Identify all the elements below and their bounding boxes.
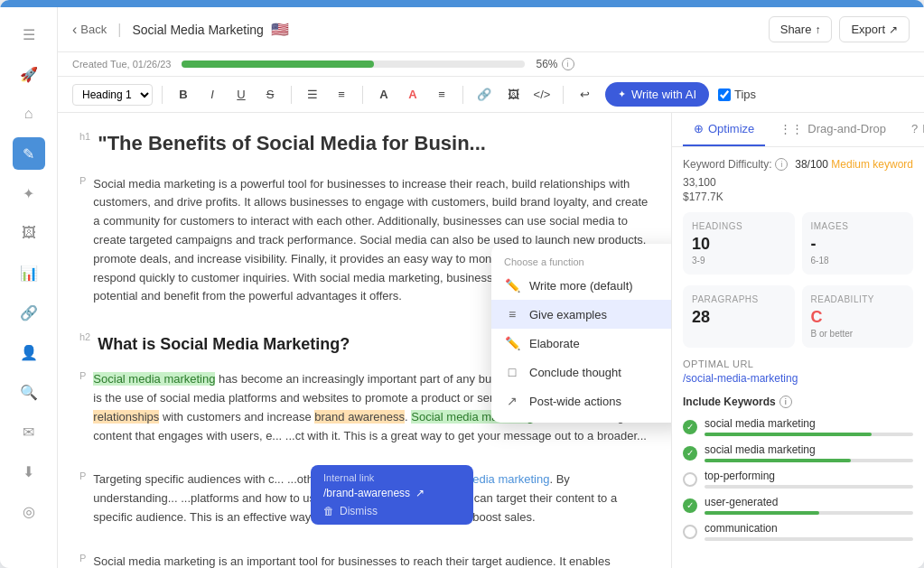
user-circle-icon[interactable]: ◎	[13, 495, 45, 527]
content-area: Back | Social Media Marketing 🇺🇸 Share ↑…	[58, 7, 924, 568]
write-ai-label: Write with AI	[631, 88, 696, 101]
toolbar-sep-4	[462, 86, 463, 104]
kw-info-icon[interactable]: i	[775, 158, 788, 171]
image-icon[interactable]: 🖼	[13, 217, 45, 249]
keyword-item-3: top-performing	[683, 470, 913, 489]
align-button[interactable]: ≡	[430, 83, 453, 107]
ai-menu-item-elaborate[interactable]: ✏️ Elaborate	[491, 329, 671, 358]
strikethrough-button[interactable]: S	[258, 83, 282, 107]
metric-images: IMAGES - 6-18	[802, 212, 914, 275]
ai-menu-write-label: Write more (default)	[529, 279, 633, 293]
internal-link-url: /brand-awareness ↗	[323, 487, 461, 499]
ai-menu-conclude-label: Conclude thought	[529, 366, 621, 379]
metric-paragraphs-value: 28	[692, 308, 786, 327]
ordered-list-button[interactable]: ≡	[330, 83, 353, 107]
h2-label: h2	[79, 331, 90, 342]
image-button[interactable]: 🖼	[501, 83, 525, 107]
kw-stat-volume: 33,100	[683, 176, 913, 189]
ai-menu-examples-label: Give examples	[529, 308, 607, 321]
underline-button[interactable]: U	[229, 83, 253, 107]
metric-images-label: IMAGES	[811, 221, 905, 231]
keyword-item-2: ✓ social media marketing	[683, 443, 913, 462]
toolbar-row: Heading 1 B I U S ☰ ≡ A A ≡ 🔗 🖼 </> ↩	[58, 77, 924, 113]
keywords-info-icon[interactable]: i	[779, 396, 792, 408]
right-panel-content: Keyword Difficulty: i 38/100 Medium keyw…	[672, 147, 924, 568]
ai-menu-item-postwide[interactable]: ↗ Post-wide actions	[491, 386, 671, 415]
chart-icon[interactable]: 📊	[13, 256, 45, 289]
para4-text: Social media marketing is an important t…	[93, 553, 649, 568]
h1-label: h1	[79, 131, 90, 142]
highlight-button[interactable]: A	[401, 83, 425, 107]
italic-button[interactable]: I	[201, 83, 224, 107]
kw-check-4: ✓	[683, 498, 697, 513]
dismiss-button[interactable]: 🗑 Dismiss	[323, 505, 461, 517]
bold-button[interactable]: B	[172, 83, 195, 107]
metrics-row-1: HEADINGS 10 3-9 IMAGES - 6-18	[683, 212, 913, 275]
tips-checkbox[interactable]	[718, 88, 731, 101]
tab-optimize[interactable]: ⊕ Optimize	[683, 113, 765, 146]
link-button[interactable]: 🔗	[472, 83, 496, 107]
keyword-text-1: social media marketing	[705, 417, 913, 430]
undo-button[interactable]: ↩	[573, 83, 596, 107]
magic-icon[interactable]: ✦	[13, 177, 45, 210]
rocket-icon[interactable]: 🚀	[13, 58, 45, 90]
list-button[interactable]: ☰	[301, 83, 324, 107]
keyword-text-group-1: social media marketing	[705, 417, 913, 436]
share-label: Share	[780, 23, 812, 36]
heading-select[interactable]: Heading 1	[72, 84, 153, 106]
editor-icon[interactable]: ✎	[13, 137, 45, 170]
kw-difficulty-label-text: Keyword Difficulty:	[683, 158, 771, 171]
menu-icon[interactable]: ☰	[13, 18, 45, 51]
code-button[interactable]: </>	[530, 83, 554, 107]
tab-help[interactable]: ? Help	[901, 113, 924, 146]
kw-difficulty-label: Keyword Difficulty: i	[683, 158, 788, 171]
include-keywords-section: Include Keywords i ✓ social media market…	[683, 396, 913, 541]
kw-difficulty-row: Keyword Difficulty: i 38/100 Medium keyw…	[683, 158, 913, 171]
metric-paragraphs-label: PARAGRAPHS	[692, 294, 786, 304]
drag-drop-icon: ⋮⋮	[779, 122, 803, 135]
download-icon[interactable]: ⬇	[13, 455, 45, 488]
export-button[interactable]: Export ↗	[839, 16, 910, 42]
person-icon[interactable]: 👤	[13, 336, 45, 368]
toolbar-sep-3	[362, 86, 363, 104]
export-icon: ↗	[889, 23, 898, 36]
ai-menu-item-write[interactable]: ✏️ Write more (default)	[491, 271, 671, 300]
right-panel-tabs: ⊕ Optimize ⋮⋮ Drag-and-Drop ? Help	[672, 113, 924, 147]
kw-stats: 33,100 $177.7K	[683, 176, 913, 203]
para2-label: P	[79, 370, 86, 381]
search-icon[interactable]: 🔍	[13, 376, 45, 408]
progress-info-icon[interactable]: i	[562, 58, 574, 70]
keyword-text-3: top-performing	[705, 470, 913, 482]
font-color-button[interactable]: A	[372, 83, 396, 107]
main-layout: ☰ 🚀 ⌂ ✎ ✦ 🖼 📊 🔗 👤 🔍 ✉ ⬇ ◎ Back |	[0, 7, 924, 568]
ai-menu-item-conclude[interactable]: □ Conclude thought	[491, 358, 671, 386]
optimize-icon: ⊕	[694, 122, 704, 135]
toolbar-sep-1	[162, 86, 163, 104]
elaborate-icon: ✏️	[504, 336, 520, 350]
h2-text: What is Social Media Marketing?	[98, 335, 350, 353]
link-icon[interactable]: 🔗	[13, 296, 45, 329]
back-button[interactable]: Back	[72, 22, 107, 38]
app-container: ☰ 🚀 ⌂ ✎ ✦ 🖼 📊 🔗 👤 🔍 ✉ ⬇ ◎ Back |	[0, 0, 924, 568]
right-panel: ⊕ Optimize ⋮⋮ Drag-and-Drop ? Help	[671, 113, 924, 568]
include-keywords-title: Include Keywords	[683, 396, 776, 408]
mail-icon[interactable]: ✉	[13, 415, 45, 448]
home-icon[interactable]: ⌂	[13, 98, 45, 130]
conclude-icon: □	[504, 365, 520, 379]
keyword-bar-2	[705, 459, 913, 462]
write-ai-button[interactable]: Write with AI	[605, 82, 709, 107]
ai-dropdown: Choose a function ✏️ Write more (default…	[491, 244, 671, 423]
progress-pct: 56% i	[536, 58, 574, 70]
internal-link-popup: Internal link /brand-awareness ↗ 🗑 Dismi…	[311, 465, 473, 525]
metric-readability: READABILITY C B or better	[802, 285, 914, 348]
share-button[interactable]: Share ↑	[769, 16, 833, 42]
ai-menu-item-examples[interactable]: ≡ Give examples	[491, 300, 671, 329]
editor-area[interactable]: h1 "The Benefits of Social Media for Bus…	[58, 113, 671, 568]
h1-text: "The Benefits of Social Media for Busin.…	[98, 132, 486, 154]
created-label: Created Tue, 01/26/23	[72, 59, 171, 70]
external-link-icon[interactable]: ↗	[415, 487, 425, 499]
ai-menu-postwide-label: Post-wide actions	[529, 395, 621, 408]
ai-dropdown-title: Choose a function	[491, 251, 671, 271]
tab-drag-drop[interactable]: ⋮⋮ Drag-and-Drop	[769, 113, 897, 146]
kw-check-2: ✓	[683, 446, 697, 461]
